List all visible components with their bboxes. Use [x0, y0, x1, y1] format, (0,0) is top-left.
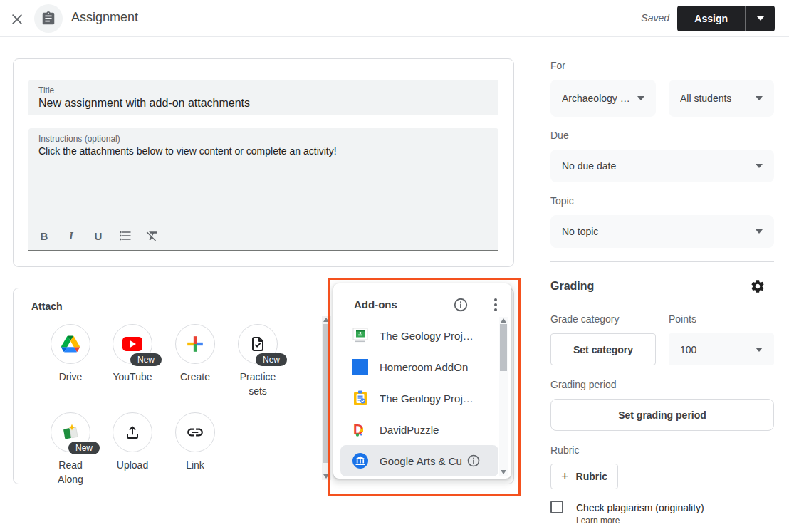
assignment-dialog: Assignment Saved Assign Title New assign…: [0, 0, 789, 532]
grading-period-label: Grading period: [550, 379, 617, 390]
addon-item-homeroom[interactable]: Homeroom AddOn: [333, 351, 498, 382]
assign-dropdown-button[interactable]: [746, 6, 775, 31]
points-select[interactable]: 100: [669, 333, 774, 365]
plagiarism-label: Check plagiarism (originality): [576, 502, 704, 513]
scroll-up-icon[interactable]: [501, 318, 506, 323]
blue-square-icon: [352, 359, 368, 375]
clear-formatting-icon: [145, 229, 160, 243]
close-icon[interactable]: [10, 12, 24, 26]
scroll-up-icon[interactable]: [323, 318, 329, 322]
clipboard-check-icon: [352, 390, 368, 406]
addons-info-icon[interactable]: [453, 297, 469, 313]
classroom-thumbnail-icon: [352, 328, 368, 343]
assignment-clipboard-icon: [41, 11, 56, 26]
attach-section-label: Attach: [31, 301, 63, 312]
due-date-select[interactable]: No due date: [550, 150, 774, 182]
addons-overflow-menu-icon[interactable]: [490, 297, 501, 313]
instructions-field-value[interactable]: Click the attachments below to view cont…: [28, 144, 498, 157]
topic-label: Topic: [550, 195, 574, 207]
drive-icon: [61, 335, 80, 353]
addons-title: Add-ons: [354, 298, 397, 311]
topic-select[interactable]: No topic: [550, 215, 774, 248]
bulleted-list-icon: [118, 229, 132, 243]
saved-status: Saved: [641, 12, 669, 24]
addon-item-geology-2[interactable]: The Geology Proj…: [333, 382, 498, 414]
addon-item-davidpuzzle[interactable]: D DavidPuzzle: [333, 414, 498, 445]
chevron-down-icon: [756, 164, 763, 168]
davidpuzzle-icon: D: [352, 422, 368, 437]
addon-info-icon[interactable]: [466, 454, 481, 468]
arts-culture-icon: [352, 453, 368, 469]
add-rubric-button[interactable]: + Rubric: [550, 464, 618, 489]
scrollbar-thumb[interactable]: [500, 324, 507, 371]
formatting-toolbar: B I U: [36, 227, 161, 244]
page-title: Assignment: [71, 10, 138, 25]
attach-youtube-button[interactable]: New YouTube: [101, 324, 164, 384]
clear-formatting-button[interactable]: [144, 227, 161, 244]
students-select[interactable]: All students: [669, 80, 774, 117]
practice-sets-new-badge: New: [256, 353, 287, 366]
due-label: Due: [550, 130, 569, 141]
attach-read-along-button[interactable]: New Read Along: [39, 412, 102, 486]
italic-button[interactable]: I: [63, 227, 80, 244]
learn-more-link[interactable]: Learn more: [576, 516, 620, 526]
chevron-down-icon: [756, 96, 763, 100]
instructions-field[interactable]: Instructions (optional) Click the attach…: [28, 128, 498, 251]
sidebar-divider: [550, 261, 774, 262]
read-along-new-badge: New: [68, 442, 100, 454]
link-icon: [186, 423, 204, 442]
top-bar: Assignment Saved Assign: [0, 0, 789, 37]
read-along-icon: [61, 423, 80, 442]
attach-create-button[interactable]: Create: [164, 324, 226, 384]
addons-panel: Add-ons The Geology Proj… Ho: [333, 283, 511, 479]
attach-upload-button[interactable]: Upload: [101, 412, 164, 472]
title-field[interactable]: Title New assignment with add-on attachm…: [28, 80, 498, 115]
instructions-field-label: Instructions (optional): [28, 128, 498, 144]
chevron-down-icon: [637, 96, 644, 100]
set-grading-period-button[interactable]: Set grading period: [550, 399, 774, 431]
plagiarism-checkbox[interactable]: [550, 501, 563, 513]
gear-icon[interactable]: [750, 278, 766, 294]
attach-drive-button[interactable]: Drive: [39, 324, 102, 384]
set-category-button[interactable]: Set category: [550, 333, 656, 365]
underline-button[interactable]: U: [90, 227, 107, 244]
chevron-down-icon: [756, 229, 763, 234]
attach-practice-sets-button[interactable]: New Practice sets: [226, 324, 289, 398]
rubric-label: Rubric: [550, 444, 579, 456]
create-plus-icon: [186, 335, 204, 353]
title-field-value[interactable]: New assignment with add-on attachments: [28, 95, 498, 110]
grade-category-label: Grade category: [550, 313, 620, 325]
points-label: Points: [669, 313, 696, 325]
youtube-new-badge: New: [130, 353, 162, 366]
attach-scrollbar[interactable]: [322, 316, 331, 480]
attach-link-button[interactable]: Link: [164, 412, 226, 472]
scroll-down-icon[interactable]: [323, 474, 329, 479]
assignment-type-avatar: [34, 4, 63, 33]
scroll-down-icon[interactable]: [501, 470, 506, 474]
class-select[interactable]: Archaeology …: [550, 80, 656, 117]
youtube-icon: [122, 337, 142, 351]
plus-icon: +: [561, 469, 569, 484]
title-field-label: Title: [28, 80, 498, 95]
addons-scrollbar[interactable]: [499, 317, 508, 476]
bulleted-list-button[interactable]: [117, 227, 134, 244]
scrollbar-thumb[interactable]: [323, 324, 330, 463]
assign-button[interactable]: Assign: [677, 6, 746, 31]
upload-icon: [124, 424, 141, 441]
bold-button[interactable]: B: [36, 227, 53, 244]
grading-heading: Grading: [550, 280, 594, 293]
addon-item-arts-culture[interactable]: Google Arts & Cu: [340, 445, 498, 476]
practice-sets-icon: [249, 335, 266, 353]
assignment-form-card: Title New assignment with add-on attachm…: [13, 58, 514, 267]
addon-item-geology-1[interactable]: The Geology Proj…: [333, 320, 498, 351]
assign-split-button: Assign: [677, 6, 775, 31]
chevron-down-icon: [757, 16, 764, 21]
for-label: For: [550, 60, 565, 71]
chevron-down-icon: [756, 348, 763, 352]
